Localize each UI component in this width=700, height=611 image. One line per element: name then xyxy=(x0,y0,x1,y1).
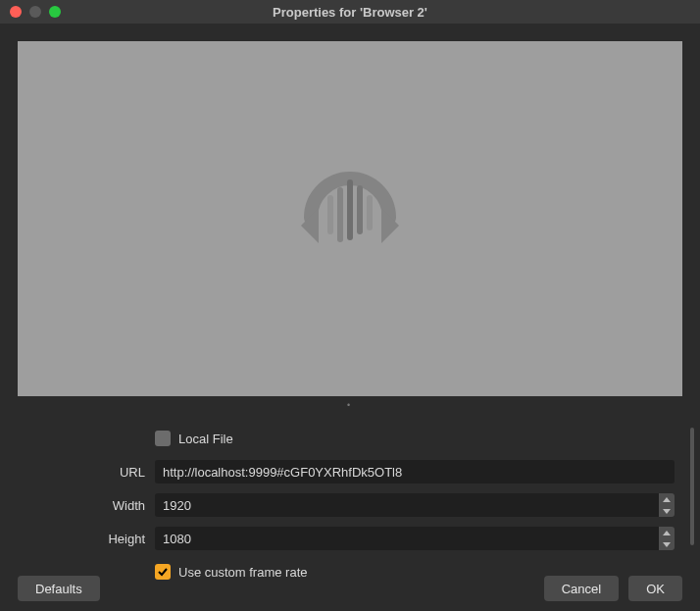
dialog-footer: Defaults Cancel OK xyxy=(18,576,682,601)
local-file-label: Local File xyxy=(178,432,233,446)
height-step-down[interactable] xyxy=(659,538,675,550)
height-input[interactable] xyxy=(155,527,659,550)
height-label: Height xyxy=(18,532,155,546)
pager-dots: • xyxy=(18,400,682,410)
width-step-down[interactable] xyxy=(659,505,675,517)
width-label: Width xyxy=(18,498,155,513)
cancel-button[interactable]: Cancel xyxy=(544,576,619,601)
window-title: Properties for 'Browser 2' xyxy=(0,5,700,20)
properties-form: Local File URL Width Height xyxy=(18,424,682,586)
width-input[interactable] xyxy=(155,493,659,517)
scrollbar[interactable] xyxy=(690,428,694,545)
dialog-content: • Local File URL Width xyxy=(0,24,700,602)
titlebar: Properties for 'Browser 2' xyxy=(0,0,700,24)
url-input[interactable] xyxy=(155,460,675,484)
zoom-window-icon[interactable] xyxy=(49,6,61,18)
ok-button[interactable]: OK xyxy=(628,576,682,601)
preview-area xyxy=(18,41,682,396)
url-label: URL xyxy=(18,465,155,480)
close-window-icon[interactable] xyxy=(10,6,22,18)
obs-logo-icon xyxy=(281,149,419,289)
minimize-window-icon[interactable] xyxy=(29,6,41,18)
width-step-up[interactable] xyxy=(659,493,675,505)
local-file-checkbox[interactable] xyxy=(155,431,171,446)
window-controls xyxy=(0,6,61,18)
height-step-up[interactable] xyxy=(659,527,675,538)
defaults-button[interactable]: Defaults xyxy=(18,576,100,601)
